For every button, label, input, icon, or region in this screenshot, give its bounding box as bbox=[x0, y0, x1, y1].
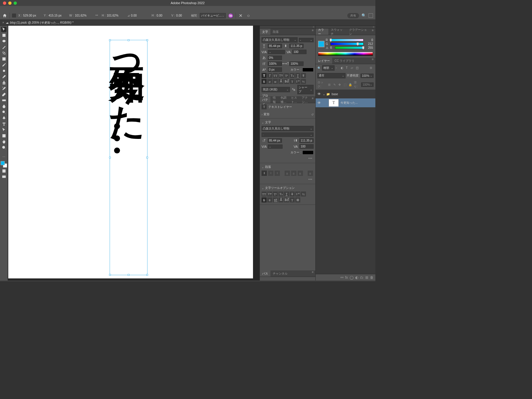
tracking-input[interactable] bbox=[292, 50, 306, 54]
g-value[interactable]: 212 bbox=[365, 42, 373, 46]
panel-menu-icon[interactable]: ≡ bbox=[310, 29, 315, 35]
visibility-icon[interactable]: 👁 bbox=[317, 92, 322, 96]
shape-tool[interactable] bbox=[1, 133, 7, 138]
smallcaps2-button[interactable]: Tᴛ bbox=[267, 192, 272, 197]
align-bottom-button[interactable]: ⫴ bbox=[275, 171, 280, 176]
kerning-select[interactable] bbox=[268, 50, 285, 54]
link-layers-icon[interactable]: ⚯ bbox=[340, 275, 343, 280]
zoom-tool[interactable] bbox=[1, 145, 7, 150]
layer-name[interactable]: 今更知った... bbox=[340, 101, 358, 105]
reference-point-toggle[interactable] bbox=[12, 14, 16, 17]
filter-type-icon[interactable]: T bbox=[346, 66, 350, 70]
vertical-text[interactable]: 今更知った… bbox=[107, 40, 147, 156]
tab-layers[interactable]: レイヤー bbox=[316, 58, 332, 64]
lock-pixels-icon[interactable]: ✎ bbox=[333, 83, 336, 86]
stylistic-button[interactable]: a̅d̅ bbox=[284, 79, 289, 84]
tab-color[interactable]: カラー bbox=[316, 29, 328, 35]
lock-artboard-icon[interactable]: ⬚ bbox=[343, 83, 347, 86]
history-brush-tool[interactable] bbox=[1, 86, 7, 91]
ligatures-button[interactable]: fi bbox=[262, 79, 267, 84]
link-icon[interactable]: ⚯ bbox=[95, 14, 99, 17]
cancel-transform-icon[interactable]: ✕ bbox=[238, 13, 244, 18]
filter-adjust-icon[interactable]: ◐ bbox=[341, 66, 345, 70]
collapse-panels-icon[interactable] bbox=[260, 26, 315, 29]
visibility-icon[interactable]: 👁 bbox=[317, 101, 322, 105]
prop-kerning-select[interactable] bbox=[268, 145, 283, 149]
interpolation-select[interactable]: バイキュービ… bbox=[200, 13, 226, 18]
panel-menu-icon[interactable]: ≡ bbox=[370, 29, 375, 35]
prop-style-select[interactable]: - bbox=[262, 132, 314, 137]
filter-toggle-icon[interactable]: ⊙ bbox=[370, 66, 374, 70]
textopts-disclosure[interactable]: 文字ツールオプション bbox=[262, 185, 314, 191]
lock-all-icon[interactable]: ⊞ bbox=[327, 83, 331, 86]
mask-icon[interactable]: ◯ bbox=[350, 275, 353, 280]
h-input[interactable] bbox=[107, 14, 125, 17]
layer-thumbnail[interactable]: T bbox=[329, 99, 339, 107]
vskew-input[interactable] bbox=[176, 14, 189, 17]
ctx2-button[interactable]: θ bbox=[267, 197, 272, 202]
hskew-input[interactable] bbox=[157, 14, 169, 17]
tab-info[interactable]: 情報 bbox=[270, 97, 278, 103]
handle-br[interactable] bbox=[146, 274, 148, 276]
tab-properties[interactable]: プロパティ bbox=[260, 97, 270, 103]
tab-paragraph[interactable]: 段落 bbox=[270, 29, 281, 35]
panel-menu-icon[interactable]: ≡ bbox=[310, 270, 315, 277]
color-spectrum[interactable] bbox=[318, 52, 373, 56]
swash2-button[interactable]: A̅ bbox=[278, 197, 283, 202]
close-tab-icon[interactable]: × bbox=[2, 21, 4, 24]
tab-gradients[interactable]: グラデーション bbox=[347, 29, 370, 35]
lasso-tool[interactable] bbox=[1, 39, 7, 44]
font-size-input[interactable] bbox=[268, 44, 282, 48]
discretionary-button[interactable]: st bbox=[273, 79, 278, 84]
warp-icon[interactable]: ♒ bbox=[228, 13, 233, 18]
allcaps2-button[interactable]: TT bbox=[262, 192, 267, 197]
layer-text[interactable]: 👁 T 今更知った... bbox=[316, 98, 375, 107]
layer-group-base[interactable]: 👁 ⌄ 📁 base bbox=[316, 90, 375, 98]
share-button[interactable]: 共有 bbox=[347, 13, 359, 18]
angle-input[interactable] bbox=[131, 14, 149, 17]
opacity-select[interactable]: 100% bbox=[361, 74, 374, 78]
frame-tool[interactable] bbox=[1, 56, 7, 61]
font-family-select[interactable]: 凸版文久見出し明朝 bbox=[262, 37, 298, 43]
strikethrough-button[interactable]: T bbox=[301, 73, 306, 78]
b-value[interactable]: 255 bbox=[365, 46, 373, 49]
eraser-tool[interactable] bbox=[1, 92, 7, 97]
handle-mr[interactable] bbox=[146, 157, 148, 158]
titling-button[interactable]: T bbox=[290, 79, 295, 84]
tab-paths[interactable]: パス bbox=[260, 270, 270, 277]
delete-icon[interactable]: 🗑 bbox=[370, 275, 374, 280]
superscript-button[interactable]: T¹ bbox=[284, 73, 289, 78]
zoom-window-icon[interactable] bbox=[14, 1, 17, 5]
handle-tr[interactable] bbox=[146, 39, 148, 41]
handle-ml[interactable] bbox=[109, 157, 111, 158]
tab-actions[interactable]: アクシ… bbox=[299, 97, 310, 103]
justify-top-button[interactable]: ⫼ bbox=[285, 171, 290, 176]
tab-character[interactable]: 文字 bbox=[260, 29, 270, 35]
pen-tool[interactable] bbox=[1, 116, 7, 121]
commit-transform-icon[interactable]: ○ bbox=[246, 13, 251, 18]
filter-pixel-icon[interactable]: ▫ bbox=[336, 66, 340, 70]
prop-tracking-input[interactable] bbox=[299, 144, 314, 149]
more-icon[interactable]: ••• bbox=[308, 178, 314, 181]
align-vcenter-button[interactable]: ⫴ bbox=[268, 171, 273, 176]
tab-channels[interactable]: チャンネル bbox=[270, 270, 290, 277]
stamp-tool[interactable] bbox=[1, 80, 7, 85]
styl2-button[interactable]: a̅d̅ bbox=[284, 197, 289, 202]
layers-list[interactable]: 👁 ⌄ 📁 base 👁 T 今更知った... bbox=[316, 90, 375, 274]
screenmode-icon[interactable] bbox=[1, 174, 7, 179]
align-top-button[interactable]: ⫴ bbox=[262, 171, 267, 176]
prop-size-input[interactable] bbox=[268, 138, 282, 143]
search-icon[interactable]: 🔍 bbox=[361, 13, 366, 18]
italic-button[interactable]: T bbox=[267, 73, 272, 78]
subscript-button[interactable]: T₁ bbox=[290, 73, 295, 78]
group-name[interactable]: base bbox=[332, 93, 338, 96]
lock-icon[interactable]: 🔒 bbox=[348, 83, 352, 86]
tab-swatches[interactable]: スウォッチ bbox=[328, 29, 346, 35]
brush-tool[interactable] bbox=[1, 74, 7, 79]
font-style-select[interactable]: - bbox=[299, 38, 314, 42]
group-icon[interactable]: 🗀 bbox=[360, 275, 364, 280]
reset-icon[interactable]: ↺ bbox=[311, 113, 314, 116]
prop-leading-input[interactable] bbox=[299, 138, 314, 143]
path-select-tool[interactable] bbox=[1, 127, 7, 132]
status-chevron-icon[interactable]: › bbox=[48, 281, 49, 281]
